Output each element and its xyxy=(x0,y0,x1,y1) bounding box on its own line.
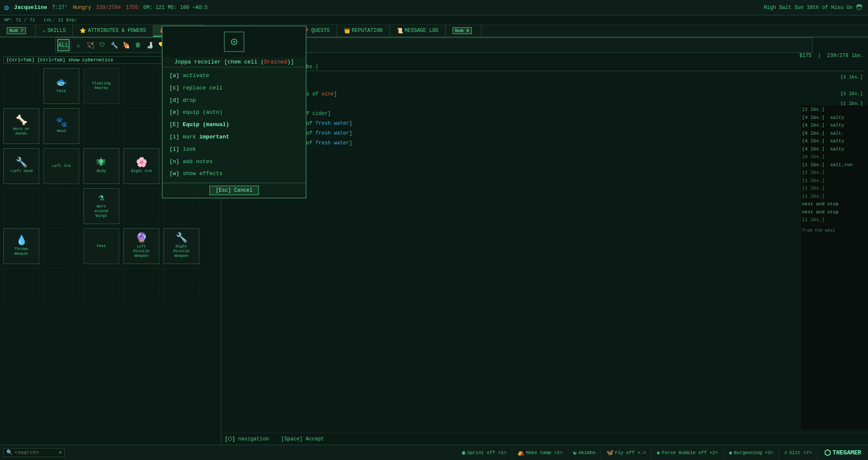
option-key-l: [l] xyxy=(169,146,179,152)
context-option-effects[interactable]: [w] show effects xyxy=(163,168,306,180)
option-label-equip-auto: equip (auto) xyxy=(183,109,223,115)
option-label-notes: add notes xyxy=(183,158,212,165)
option-key-n: [n] xyxy=(169,158,179,165)
context-option-equip-manual[interactable]: [E] Equip (manual) xyxy=(163,119,306,131)
context-overlay: ⊙ Joppa recoiler [chem cell (Drained)] [… xyxy=(0,0,868,460)
context-option-drop[interactable]: [d] drop xyxy=(163,95,306,107)
context-options: [a] activate [c] replace cell [d] drop [… xyxy=(163,67,306,183)
context-option-look[interactable]: [l] look xyxy=(163,144,306,156)
context-menu: ⊙ Joppa recoiler [chem cell (Drained)] [… xyxy=(162,26,307,198)
option-key-c: [c] xyxy=(169,85,179,91)
option-key-w: [w] xyxy=(169,170,179,177)
option-label-mark: mark important xyxy=(183,134,229,140)
context-item-name-text: Joppa recoiler xyxy=(175,59,221,65)
context-option-notes[interactable]: [n] add notes xyxy=(163,156,306,168)
context-cancel-area: [Esc] Cancel xyxy=(163,183,306,198)
context-item-name: Joppa recoiler [chem cell (Drained)] xyxy=(163,57,306,67)
context-option-equip-auto[interactable]: [e] equip (auto) xyxy=(163,106,306,119)
cancel-label: [Esc] Cancel xyxy=(216,187,252,193)
option-key-e: [e] xyxy=(169,109,179,115)
context-item-glyph: ⊙ xyxy=(231,34,238,49)
context-option-mark[interactable]: [i] mark important xyxy=(163,131,306,144)
context-item-detail: [chem cell (Drained)] xyxy=(224,59,294,65)
context-option-activate[interactable]: [a] activate xyxy=(163,70,306,82)
option-label-replace: replace cell xyxy=(183,85,223,91)
cancel-button[interactable]: [Esc] Cancel xyxy=(209,186,259,195)
option-label-activate: activate xyxy=(183,72,209,79)
option-key-i: [i] xyxy=(169,134,179,140)
option-label-effects: show effects xyxy=(183,170,223,177)
context-icon-area: ⊙ xyxy=(163,26,306,57)
option-label-look: look xyxy=(183,146,196,152)
option-label-equip-manual: Equip (manual) xyxy=(183,121,229,128)
option-key-d: [d] xyxy=(169,97,179,104)
option-key-E: [E] xyxy=(169,121,179,128)
context-item-icon: ⊙ xyxy=(224,32,244,52)
option-label-drop: drop xyxy=(183,97,196,104)
context-option-replace[interactable]: [c] replace cell xyxy=(163,82,306,95)
option-key-a: [a] xyxy=(169,72,179,79)
